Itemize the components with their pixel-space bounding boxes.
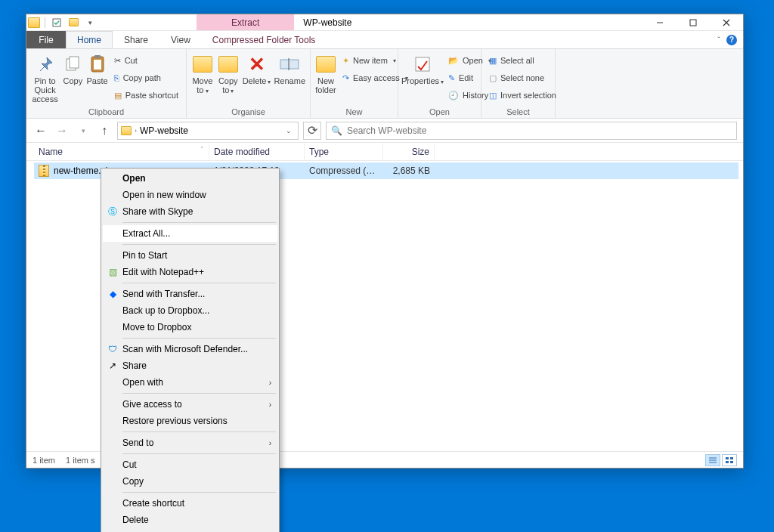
new-group-label: New xyxy=(315,107,393,118)
notepadpp-icon: ▧ xyxy=(107,266,119,278)
recent-dropdown-icon[interactable]: ▾ xyxy=(75,122,91,139)
help-icon[interactable]: ? xyxy=(726,35,737,45)
cm-move-dropbox[interactable]: Move to Dropbox xyxy=(103,319,277,336)
move-to-button[interactable]: Move to▾ xyxy=(191,52,214,95)
up-button[interactable]: ↑ xyxy=(96,122,113,139)
cm-delete[interactable]: Delete xyxy=(103,512,277,528)
cm-create-shortcut[interactable]: Create shortcut xyxy=(103,495,277,512)
status-item-count: 1 item xyxy=(33,456,55,465)
rename-icon xyxy=(279,54,300,75)
refresh-button[interactable]: ⟳ xyxy=(303,122,321,140)
ribbon-tabs: File Home Share View Compressed Folder T… xyxy=(26,31,743,49)
column-size[interactable]: Size xyxy=(383,143,435,160)
clipboard-group-label: Clipboard xyxy=(31,107,181,118)
cm-give-access[interactable]: Give access to› xyxy=(103,396,277,413)
column-date[interactable]: Date modified xyxy=(209,143,305,160)
search-placeholder: Search WP-website xyxy=(347,125,426,136)
cm-send-to[interactable]: Send to› xyxy=(103,435,277,451)
copy-to-button[interactable]: Copy to▾ xyxy=(217,52,240,95)
address-bar[interactable]: › WP-website ⌄ xyxy=(117,122,299,140)
cm-restore-versions[interactable]: Restore previous versions xyxy=(103,413,277,429)
chevron-right-icon: › xyxy=(269,439,271,447)
view-tab[interactable]: View xyxy=(159,31,202,48)
select-group-label: Select xyxy=(486,107,550,118)
select-all-icon: ▦ xyxy=(489,56,497,66)
move-to-icon xyxy=(192,54,213,75)
view-thumbnails-toggle[interactable] xyxy=(722,454,737,466)
home-tab[interactable]: Home xyxy=(66,31,113,48)
cm-pin-to-start[interactable]: Pin to Start xyxy=(103,247,277,264)
view-details-toggle[interactable] xyxy=(705,454,720,466)
select-all-button[interactable]: ▦Select all xyxy=(486,52,559,69)
svg-rect-10 xyxy=(416,57,429,71)
share-icon: ↗ xyxy=(107,360,119,372)
invert-selection-button[interactable]: ◫Invert selection xyxy=(486,87,559,104)
breadcrumb-location[interactable]: WP-website xyxy=(140,125,188,136)
cm-open[interactable]: Open xyxy=(103,170,277,187)
search-input[interactable]: 🔍 Search WP-website xyxy=(326,122,737,140)
properties-button[interactable]: Properties▾ xyxy=(403,52,442,86)
pin-to-quick-access-button[interactable]: Pin to Quick access xyxy=(31,52,59,104)
cm-backup-dropbox[interactable]: Back up to Dropbox... xyxy=(103,302,277,319)
cm-copy[interactable]: Copy xyxy=(103,473,277,490)
cm-rename[interactable]: Rename xyxy=(103,528,277,532)
status-selected-count: 1 item s xyxy=(66,456,95,465)
back-button[interactable]: ← xyxy=(33,122,49,139)
cm-cut[interactable]: Cut xyxy=(103,456,277,473)
svg-rect-4 xyxy=(70,57,79,68)
delete-button[interactable]: ✕ Delete▾ xyxy=(243,52,271,86)
easy-access-icon: ↷ xyxy=(342,73,349,83)
select-none-button[interactable]: ▢Select none xyxy=(486,70,559,86)
qat-newfolder-icon[interactable] xyxy=(67,16,80,29)
dropbox-icon: ◆ xyxy=(107,288,119,300)
forward-button[interactable]: → xyxy=(54,122,70,139)
cm-extract-all[interactable]: Extract All... xyxy=(103,225,277,242)
cm-share[interactable]: ↗Share xyxy=(103,357,277,374)
cm-open-with[interactable]: Open with› xyxy=(103,374,277,391)
share-tab[interactable]: Share xyxy=(113,31,159,48)
title-bar: ▾ Extract WP-website xyxy=(26,14,743,31)
file-size: 2,685 KB xyxy=(383,165,435,176)
cm-scan-defender[interactable]: 🛡Scan with Microsoft Defender... xyxy=(103,341,277,357)
select-none-icon: ▢ xyxy=(489,73,497,83)
window-title: WP-website xyxy=(294,14,361,30)
paste-shortcut-button[interactable]: ▤Paste shortcut xyxy=(111,87,181,104)
copy-path-button[interactable]: ⎘Copy path xyxy=(111,70,181,86)
minimize-button[interactable] xyxy=(643,14,676,30)
paste-icon xyxy=(87,54,108,75)
defender-icon: 🛡 xyxy=(107,343,119,355)
chevron-right-icon: › xyxy=(269,401,271,409)
column-name[interactable]: Name˄ xyxy=(34,143,209,160)
extract-contextual-tab[interactable]: Extract xyxy=(197,14,294,30)
cm-send-transfer[interactable]: ◆Send with Transfer... xyxy=(103,286,277,302)
svg-rect-7 xyxy=(94,55,101,58)
cm-open-new-window[interactable]: Open in new window xyxy=(103,187,277,203)
folder-icon xyxy=(28,17,40,28)
new-folder-button[interactable]: New folder xyxy=(315,52,336,94)
edit-icon: ✎ xyxy=(448,73,455,83)
qat-properties-icon[interactable] xyxy=(50,16,63,29)
history-icon: 🕘 xyxy=(448,91,459,101)
close-button[interactable] xyxy=(710,14,743,30)
cm-edit-notepadpp[interactable]: ▧Edit with Notepad++ xyxy=(103,264,277,280)
paste-button[interactable]: Paste xyxy=(86,52,107,85)
column-headers: Name˄ Date modified Type Size xyxy=(26,143,743,161)
ribbon-collapse-icon[interactable]: ˇ xyxy=(717,36,720,45)
chevron-right-icon: › xyxy=(269,379,271,387)
copy-icon xyxy=(62,54,83,75)
svg-rect-14 xyxy=(726,457,729,459)
cm-share-skype[interactable]: ⓈShare with Skype xyxy=(103,203,277,220)
qat-dropdown-icon[interactable]: ▾ xyxy=(83,16,97,29)
pin-icon xyxy=(35,54,56,75)
address-folder-icon xyxy=(121,126,132,135)
compressed-folder-tools-tab[interactable]: Compressed Folder Tools xyxy=(202,31,327,48)
cut-button[interactable]: ✂Cut xyxy=(111,52,181,69)
maximize-button[interactable] xyxy=(676,14,710,30)
copy-button[interactable]: Copy xyxy=(62,52,83,85)
skype-icon: Ⓢ xyxy=(107,206,119,218)
rename-button[interactable]: Rename xyxy=(274,52,305,85)
column-type[interactable]: Type xyxy=(305,143,383,160)
file-tab[interactable]: File xyxy=(26,31,66,48)
svg-rect-2 xyxy=(690,20,696,26)
address-dropdown-icon[interactable]: ⌄ xyxy=(283,127,295,135)
